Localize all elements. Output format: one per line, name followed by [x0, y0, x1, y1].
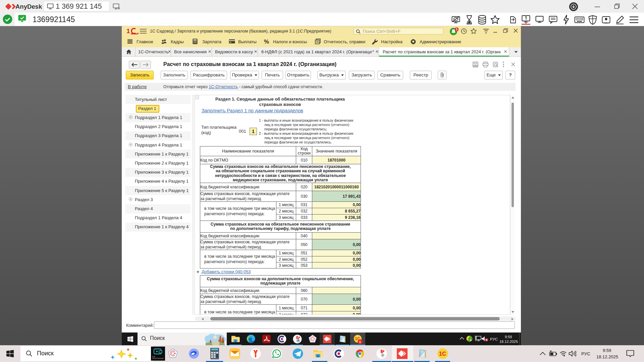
svg-text:РУС: РУС	[490, 337, 498, 341]
svg-text:1: 1	[456, 27, 458, 31]
svg-text:18.12.2025: 18.12.2025	[499, 340, 518, 344]
svg-text:1: 1	[359, 340, 361, 344]
svg-text:1С: 1С	[439, 351, 446, 357]
svg-text:9:59: 9:59	[505, 335, 512, 339]
svg-text:1: 1	[126, 27, 130, 35]
